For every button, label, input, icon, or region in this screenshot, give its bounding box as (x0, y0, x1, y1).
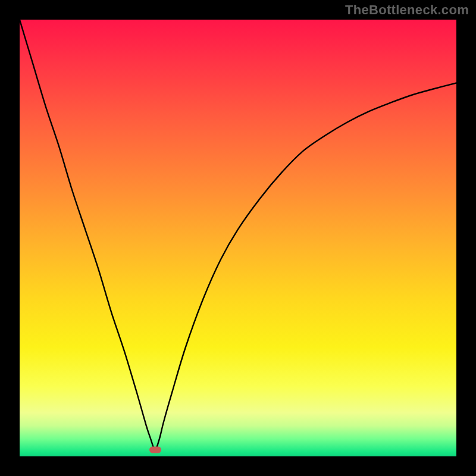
curve-path (20, 20, 456, 450)
bottleneck-curve (20, 20, 456, 456)
watermark-text: TheBottleneck.com (345, 2, 469, 18)
plot-area (20, 20, 456, 456)
minimum-marker (149, 446, 161, 453)
chart-frame: TheBottleneck.com (0, 0, 476, 476)
